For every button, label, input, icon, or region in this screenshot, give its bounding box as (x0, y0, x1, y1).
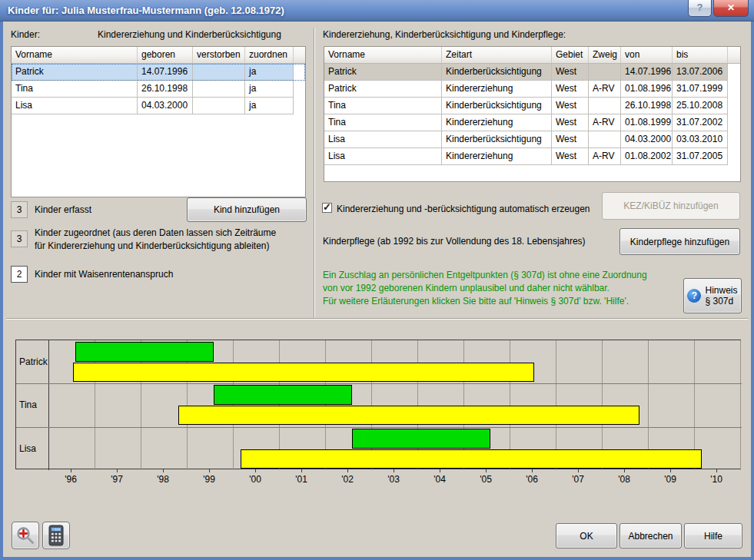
vertical-separator (314, 28, 315, 318)
table-header[interactable]: VornameZeitartGebietZweigvonbis (324, 47, 740, 64)
hinweis-307d-button[interactable]: ? Hinweis § 307d (683, 278, 742, 313)
kind-hinzufuegen-button[interactable]: Kind hinzufügen (187, 197, 307, 222)
table-cell: West (552, 81, 589, 98)
axis-tick (394, 469, 394, 472)
window-close-button[interactable]: ✕ (713, 0, 749, 17)
table-row[interactable]: TinaKindererziehungWestA-RV01.08.199931.… (324, 114, 740, 131)
waisenrente-count-field[interactable]: 2 (11, 266, 28, 283)
gantt-bar-kinderberücksichtigung (241, 449, 702, 469)
gantt-bar-kinderberücksichtigung (73, 363, 534, 382)
table-cell (589, 98, 621, 114)
column-header[interactable]: Gebiet (552, 47, 589, 63)
table-row[interactable]: PatrickKindererziehungWestA-RV01.08.1996… (324, 81, 740, 98)
abbrechen-button[interactable]: Abbrechen (619, 523, 682, 548)
table-cell: Kindererziehung (442, 81, 552, 98)
axis-tick-label: '02 (332, 474, 363, 485)
table-cell: Kindererziehung (442, 114, 552, 131)
column-header[interactable]: verstorben (193, 47, 245, 63)
hilfe-button[interactable]: Hilfe (684, 523, 742, 548)
dialog-content: Kinder: Kindererziehung und Kinderberück… (3, 22, 751, 557)
table-row[interactable]: LisaKinderberücksichtigungWest04.03.2000… (324, 131, 740, 148)
auto-erzeugen-label: Kindererziehung und -berücksichtigung au… (337, 204, 590, 214)
checkmark-icon: ✓ (323, 201, 331, 213)
calculator-icon: 123 (47, 525, 65, 546)
question-circle-icon: ? (687, 289, 701, 303)
zoom-in-button[interactable] (12, 522, 39, 549)
kinder-zugeordnet-label-line1: Kinder zugeordnet (aus deren Daten lasse… (35, 227, 276, 238)
table-cell (589, 64, 621, 81)
title-bar[interactable]: Kinder für: Julia Musterfrau-Mustermann … (0, 0, 754, 22)
row-divider (16, 383, 742, 384)
column-header[interactable]: Vorname (12, 47, 138, 63)
axis-tick (117, 469, 118, 472)
table-cell: A-RV (589, 114, 621, 131)
table-cell: 01.08.2002 (621, 148, 673, 165)
dialog-window: Kinder für: Julia Musterfrau-Mustermann … (0, 0, 754, 560)
axis-tick-label: '99 (194, 474, 224, 485)
table-cell: 31.07.1999 (673, 81, 728, 98)
table-row[interactable]: Tina26.10.1998ja (12, 81, 305, 98)
table-cell: Lisa (12, 98, 138, 114)
kinder-zugeordnet-label-line2: für Kindererziehung und Kinderberücksich… (35, 240, 270, 251)
column-header[interactable]: Zweig (589, 47, 621, 63)
table-cell (193, 98, 245, 114)
axis-tick-label: '05 (470, 474, 501, 485)
column-header[interactable]: Vorname (324, 47, 442, 63)
horizontal-separator (6, 318, 748, 320)
table-cell: Patrick (324, 81, 442, 98)
axis-tick-label: '03 (378, 474, 409, 485)
table-row[interactable]: PatrickKinderberücksichtigungWest14.07.1… (324, 64, 740, 81)
kinderpflege-label: Kinderpflege (ab 1992 bis zur Vollendung… (323, 236, 586, 247)
table-cell: West (552, 114, 589, 131)
table-row[interactable]: LisaKindererziehungWestA-RV01.08.200231.… (324, 148, 740, 165)
axis-tick-label: '10 (701, 474, 732, 485)
table-row[interactable]: Lisa04.03.2000ja (12, 98, 305, 114)
kinder-sublabel: Kindererziehung und Kinderberücksichtigu… (98, 29, 281, 40)
gantt-plot-area: PatrickTinaLisa (15, 340, 741, 469)
table-cell: 01.08.1996 (621, 81, 673, 98)
zeiten-label: Kindererziehung, Kinderberücksichtigung … (323, 29, 566, 40)
table-cell: Lisa (324, 131, 442, 148)
column-header[interactable]: zuordnen (245, 47, 294, 63)
table-cell: ja (245, 98, 294, 114)
axis-tick (301, 469, 302, 472)
kez-kibuez-hinzufuegen-button[interactable]: KEZ/KiBÜZ hinzufügen (602, 192, 740, 220)
column-header[interactable]: geboren (138, 47, 193, 63)
axis-tick (440, 469, 440, 472)
column-header[interactable]: Zeitart (442, 47, 552, 63)
column-header[interactable]: bis (673, 47, 728, 63)
table-cell: 26.10.1998 (621, 98, 673, 114)
table-cell (193, 64, 245, 81)
table-row[interactable]: TinaKinderberücksichtigungWest26.10.1998… (324, 98, 740, 114)
table-cell: Patrick (12, 64, 138, 81)
table-row[interactable]: Patrick14.07.1996ja (12, 64, 305, 81)
ok-button[interactable]: OK (556, 523, 617, 548)
axis-tick-label: '08 (609, 474, 639, 485)
window-title: Kinder für: Julia Musterfrau-Mustermann … (8, 5, 284, 16)
axis-tick (347, 469, 348, 472)
table-cell: Kindererziehung (442, 148, 552, 165)
auto-erzeugen-checkbox[interactable]: ✓ (322, 203, 332, 213)
axis-tick (716, 469, 717, 472)
column-header[interactable]: von (621, 47, 673, 63)
table-header[interactable]: Vornamegeborenverstorbenzuordnen (12, 47, 305, 64)
calculator-button[interactable]: 123 (42, 522, 70, 549)
table-cell: West (552, 64, 589, 81)
gantt-bar-kinderberücksichtigung (178, 406, 639, 425)
gantt-bar-kindererziehung (214, 385, 352, 405)
hinweis-307d-label: Hinweis § 307d (705, 285, 737, 307)
table-cell: 14.07.1996 (621, 64, 673, 81)
zeiten-table[interactable]: VornameZeitartGebietZweigvonbisPatrickKi… (324, 46, 741, 182)
axis-tick (532, 469, 533, 472)
table-cell: ja (245, 64, 294, 81)
table-cell (193, 81, 245, 98)
axis-tick-label: '97 (101, 474, 132, 485)
kinder-table[interactable]: VornamegeborenverstorbenzuordnenPatrick1… (11, 46, 306, 197)
kinderpflege-hinzufuegen-button[interactable]: Kinderpflege hinzufügen (619, 228, 740, 255)
table-cell: Kinderberücksichtigung (442, 64, 552, 81)
table-cell: 13.07.2006 (673, 64, 728, 81)
zeiten-gantt-chart: PatrickTinaLisa'96'97'98'99'00'01'02'03'… (15, 340, 741, 487)
window-help-button[interactable]: ? (688, 0, 712, 17)
table-cell: West (552, 98, 589, 114)
year-gridline (740, 340, 741, 470)
